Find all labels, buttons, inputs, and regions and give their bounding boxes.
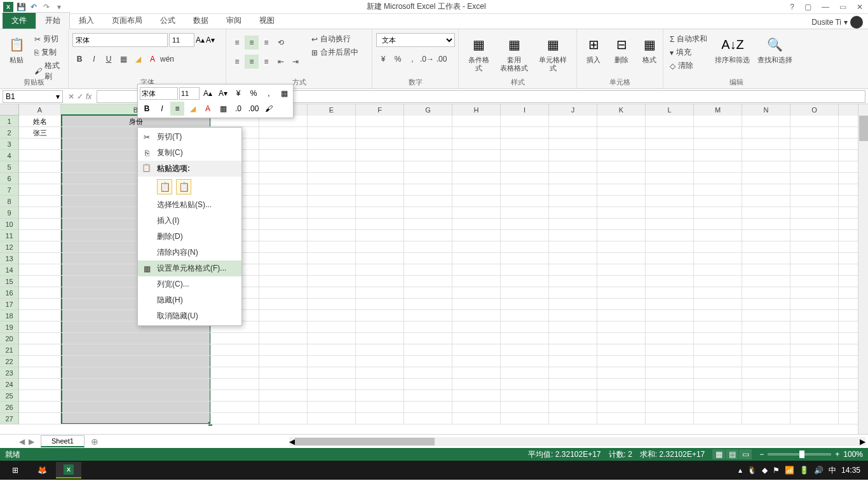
cell-g5[interactable] <box>404 161 452 173</box>
cell-k19[interactable] <box>597 322 646 333</box>
cell-n2[interactable] <box>742 127 790 139</box>
align-right-icon[interactable]: ≡ <box>259 55 273 69</box>
align-middle-icon[interactable]: ≡ <box>245 36 259 50</box>
cell-d13[interactable] <box>259 253 308 264</box>
row-header-13[interactable]: 13 <box>0 253 18 264</box>
tray-up-icon[interactable]: ▴ <box>738 466 742 475</box>
cell-m4[interactable] <box>694 150 742 161</box>
cell-o17[interactable] <box>790 299 839 310</box>
mini-decrease-font-icon[interactable]: A▾ <box>216 86 230 100</box>
paste-button[interactable]: 📋 粘贴 <box>4 33 29 65</box>
cm-hide[interactable]: 隐藏(H) <box>138 292 241 308</box>
cell-h25[interactable] <box>452 390 501 402</box>
cell-o4[interactable] <box>790 150 839 161</box>
cell-l7[interactable] <box>646 184 694 196</box>
view-normal-icon[interactable]: ▦ <box>712 449 725 459</box>
cell-f12[interactable] <box>356 241 404 253</box>
cell-k10[interactable] <box>597 219 646 230</box>
cell-k21[interactable] <box>597 344 646 356</box>
cell-d6[interactable] <box>259 173 308 184</box>
cell-l26[interactable] <box>646 402 694 413</box>
mini-percent-icon[interactable]: % <box>247 86 261 100</box>
cell-f11[interactable] <box>356 230 404 241</box>
row-header-15[interactable]: 15 <box>0 276 18 287</box>
cell-j24[interactable] <box>549 379 597 390</box>
cell-a27[interactable] <box>19 413 61 424</box>
cell-i15[interactable] <box>501 276 549 287</box>
row-header-1[interactable]: 1 <box>0 116 18 127</box>
cell-a16[interactable] <box>19 287 61 299</box>
cell-d22[interactable] <box>259 356 308 367</box>
sheet-nav-next-icon[interactable]: ▶ <box>29 437 34 446</box>
namebox-dropdown-icon[interactable]: ▾ <box>56 92 60 101</box>
view-layout-icon[interactable]: ▤ <box>726 449 738 459</box>
cell-a21[interactable] <box>19 344 61 356</box>
cell-e27[interactable] <box>308 413 356 424</box>
cell-j20[interactable] <box>549 333 597 344</box>
tray-network-icon[interactable]: 📶 <box>785 466 794 475</box>
row-header-8[interactable]: 8 <box>0 196 18 207</box>
hscroll-left-icon[interactable]: ◀ <box>289 437 295 446</box>
cell-m24[interactable] <box>694 379 742 390</box>
cell-f3[interactable] <box>356 139 404 150</box>
cell-j12[interactable] <box>549 241 597 253</box>
orientation-icon[interactable]: ⟲ <box>274 36 288 50</box>
row-header-22[interactable]: 22 <box>0 356 18 367</box>
cell-e13[interactable] <box>308 253 356 264</box>
cell-e25[interactable] <box>308 390 356 402</box>
cell-k24[interactable] <box>597 379 646 390</box>
cell-o24[interactable] <box>790 379 839 390</box>
cell-k2[interactable] <box>597 127 646 139</box>
cell-h16[interactable] <box>452 287 501 299</box>
cell-a8[interactable] <box>19 196 61 207</box>
cell-d10[interactable] <box>259 219 308 230</box>
cell-d20[interactable] <box>259 333 308 344</box>
cell-i4[interactable] <box>501 150 549 161</box>
cell-m16[interactable] <box>694 287 742 299</box>
save-icon[interactable]: 💾 <box>15 1 27 13</box>
paste-option-normal[interactable]: 📋 <box>157 179 172 194</box>
sheet-nav-prev-icon[interactable]: ◀ <box>19 437 25 446</box>
cell-h20[interactable] <box>452 333 501 344</box>
cell-m8[interactable] <box>694 196 742 207</box>
cell-f6[interactable] <box>356 173 404 184</box>
cell-a19[interactable] <box>19 322 61 333</box>
cm-insert[interactable]: 插入(I) <box>138 213 241 229</box>
cell-d19[interactable] <box>259 322 308 333</box>
cell-o8[interactable] <box>790 196 839 207</box>
cell-k8[interactable] <box>597 196 646 207</box>
cell-o25[interactable] <box>790 390 839 402</box>
cell-o13[interactable] <box>790 253 839 264</box>
cell-h22[interactable] <box>452 356 501 367</box>
cell-o7[interactable] <box>790 184 839 196</box>
cell-n24[interactable] <box>742 379 790 390</box>
cell-o3[interactable] <box>790 139 839 150</box>
font-color-button[interactable]: A <box>146 52 159 66</box>
cell-l22[interactable] <box>646 356 694 367</box>
cell-l17[interactable] <box>646 299 694 310</box>
cell-b22[interactable] <box>61 356 211 367</box>
cell-k6[interactable] <box>597 173 646 184</box>
cell-g24[interactable] <box>404 379 452 390</box>
cell-l16[interactable] <box>646 287 694 299</box>
hscroll-right-icon[interactable]: ▶ <box>860 437 865 446</box>
sort-filter-button[interactable]: A↓Z排序和筛选 <box>712 33 752 65</box>
cell-d3[interactable] <box>259 139 308 150</box>
minimize-icon[interactable]: — <box>819 3 832 11</box>
cell-m13[interactable] <box>694 253 742 264</box>
cell-h7[interactable] <box>452 184 501 196</box>
cell-o19[interactable] <box>790 322 839 333</box>
percent-icon[interactable]: % <box>391 52 405 66</box>
cell-h14[interactable] <box>452 264 501 276</box>
cell-m23[interactable] <box>694 367 742 379</box>
cell-k11[interactable] <box>597 230 646 241</box>
increase-font-icon[interactable]: A▴ <box>196 36 205 44</box>
cell-i23[interactable] <box>501 367 549 379</box>
cell-o21[interactable] <box>790 344 839 356</box>
cell-d24[interactable] <box>259 379 308 390</box>
cell-k4[interactable] <box>597 150 646 161</box>
cell-j6[interactable] <box>549 173 597 184</box>
cell-j5[interactable] <box>549 161 597 173</box>
cell-h26[interactable] <box>452 402 501 413</box>
cell-j18[interactable] <box>549 310 597 322</box>
